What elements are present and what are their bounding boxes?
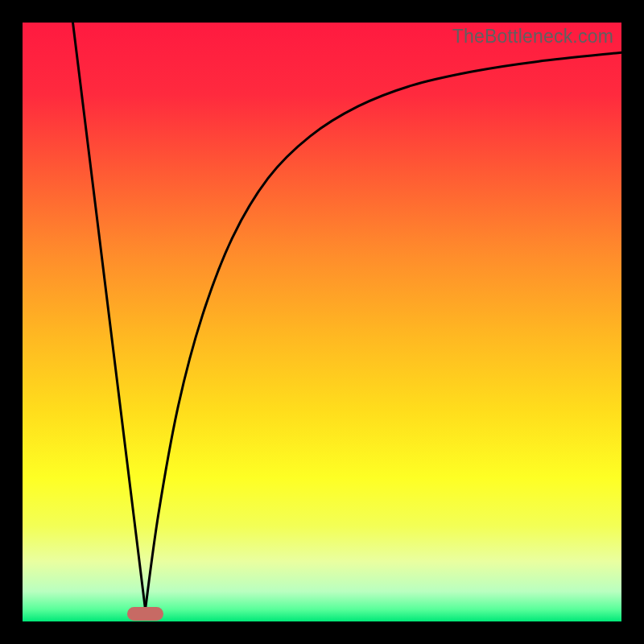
watermark-text: TheBottleneck.com <box>452 26 613 47</box>
bottleneck-curve <box>23 23 621 621</box>
chart-frame: TheBottleneck.com <box>0 0 644 644</box>
optimal-marker <box>127 607 163 620</box>
curve-left-descent <box>73 23 146 609</box>
curve-right-ascent <box>146 52 622 609</box>
plot-area: TheBottleneck.com <box>23 23 621 621</box>
